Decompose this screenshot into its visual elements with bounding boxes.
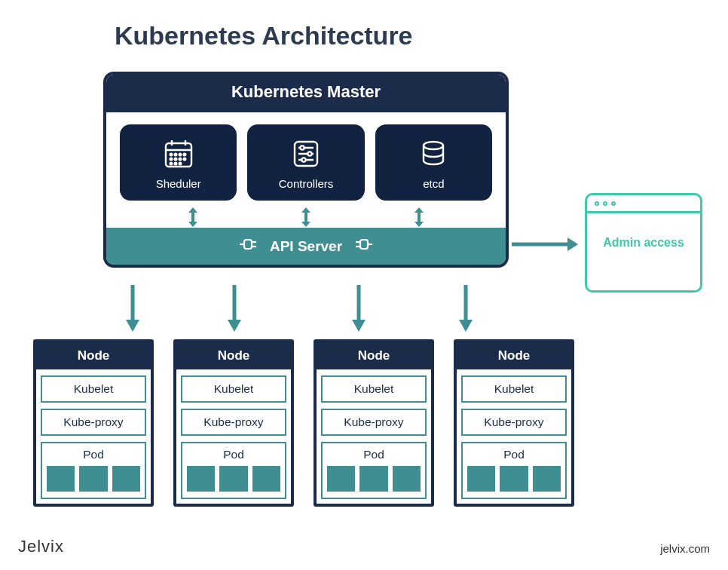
node-header: Node [176,342,291,369]
svg-point-4 [170,154,172,156]
pod-box-icon [393,466,421,492]
svg-point-11 [183,158,185,161]
node-container: Node Kubelet Kube-proxy Pod [314,339,434,507]
double-arrow-icon [412,207,426,228]
pod-box-icon [500,466,528,492]
double-arrow-icon [186,207,200,228]
plug-icon [353,237,372,256]
pod-box-icon [533,466,561,492]
plug-icon [240,237,259,256]
svg-point-17 [300,146,304,149]
node-container: Node Kubelet Kube-proxy Pod [173,339,294,507]
svg-rect-24 [244,240,252,249]
pod-box-icon [327,466,355,492]
node-header: Node [457,342,571,369]
node-header: Node [36,342,151,369]
controllers-label: Controllers [279,177,334,190]
admin-window-header [587,195,700,213]
double-arrow-icon [299,207,313,228]
pod-section: Pod [181,442,286,499]
kubernetes-master-container: Kubernetes Master Sheduler [103,72,509,268]
kube-proxy-section: Kube-proxy [461,409,567,436]
kubelet-section: Kubelet [41,375,146,403]
brand-url: jelvix.com [660,542,710,555]
svg-point-10 [179,158,181,161]
master-internal-arrows [106,207,506,228]
arrow-down-icon [124,285,141,333]
arrow-down-icon [457,285,474,333]
pod-box-icon [47,466,75,492]
database-icon [418,138,449,170]
pod-box-icon [359,466,387,492]
svg-point-19 [307,152,311,155]
arrow-down-icon [226,285,243,333]
node-header: Node [317,342,431,369]
kubelet-section: Kubelet [181,375,286,403]
scheduler-component: Sheduler [120,124,237,201]
svg-rect-28 [360,240,368,249]
kube-proxy-section: Kube-proxy [41,409,146,436]
pod-box-icon [252,466,280,492]
master-header: Kubernetes Master [106,75,506,112]
pod-boxes [327,466,421,492]
pod-label: Pod [363,448,384,461]
svg-point-12 [170,163,172,165]
pod-box-icon [219,466,247,492]
pod-boxes [187,466,280,492]
window-dot-icon [603,201,607,206]
api-server-label: API Server [270,238,342,255]
svg-point-7 [183,154,185,156]
kubelet-section: Kubelet [461,375,567,403]
pod-box-icon [467,466,495,492]
master-body: Sheduler Controllers etcd [106,112,506,207]
svg-point-21 [301,158,305,161]
svg-point-14 [179,163,181,165]
window-dot-icon [595,201,599,206]
pod-box-icon [187,466,215,492]
pod-section: Pod [461,442,567,499]
etcd-label: etcd [423,177,444,190]
pod-boxes [467,466,561,492]
svg-point-8 [170,158,172,161]
svg-point-6 [179,154,181,156]
window-dot-icon [611,201,616,206]
admin-access-box: Admin access [585,193,702,293]
pod-box-icon [112,466,140,492]
arrow-right-icon [512,236,580,253]
controllers-component: Controllers [247,124,364,201]
sliders-icon [290,138,322,170]
pod-boxes [47,466,140,492]
scheduler-label: Sheduler [156,177,201,190]
kube-proxy-section: Kube-proxy [321,409,427,436]
brand-logo: Jelvix [18,537,64,556]
pod-label: Pod [83,448,104,461]
pod-box-icon [79,466,107,492]
pod-label: Pod [223,448,244,461]
pod-section: Pod [41,442,146,499]
api-server-bar: API Server [106,228,506,265]
pod-label: Pod [503,448,525,461]
svg-point-22 [424,142,443,149]
node-container: Node Kubelet Kube-proxy Pod [454,339,574,507]
nodes-row: Node Kubelet Kube-proxy Pod Node Kubelet… [33,339,574,507]
pod-section: Pod [321,442,427,499]
arrow-down-icon [350,285,367,333]
svg-point-13 [174,163,176,165]
svg-point-5 [174,154,176,156]
node-container: Node Kubelet Kube-proxy Pod [33,339,154,507]
page-title: Kubernetes Architecture [115,21,413,51]
kube-proxy-section: Kube-proxy [181,409,286,436]
kubelet-section: Kubelet [321,375,427,403]
admin-access-label: Admin access [587,213,700,251]
calendar-icon [163,138,194,170]
svg-point-9 [174,158,176,161]
etcd-component: etcd [375,124,492,201]
